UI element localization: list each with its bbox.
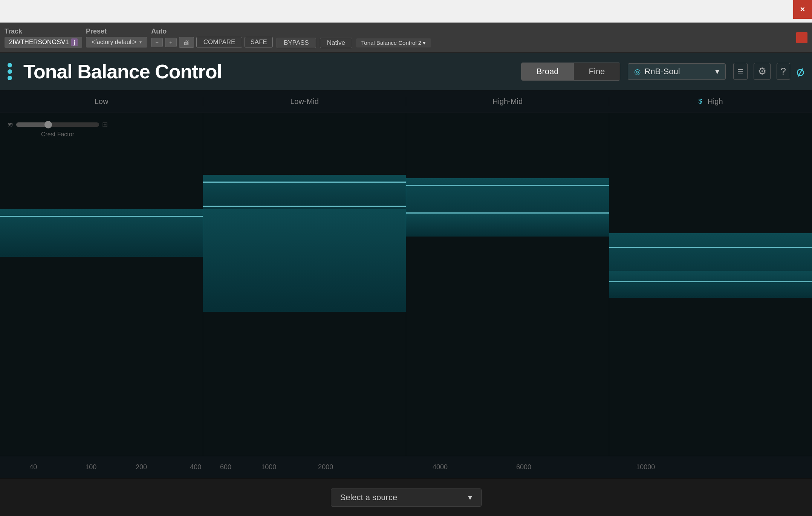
preset-label: Preset: [86, 27, 147, 35]
fine-button[interactable]: Fine: [574, 63, 620, 80]
highmid-band-lower-line: [406, 212, 609, 214]
x-label-6000: 6000: [516, 463, 531, 471]
select-source-dropdown[interactable]: Select a source ▾: [331, 489, 482, 507]
dots-menu-icon[interactable]: [8, 63, 12, 80]
plugin-title-bar: Tonal Balance Control Broad Fine ◎ RnB-S…: [0, 53, 812, 90]
col-header-lowmid: Low-Mid: [203, 97, 406, 106]
viz-col-low[interactable]: ≋ ⊞ Crest Factor: [0, 113, 203, 456]
plugin-title: Tonal Balance Control: [23, 60, 514, 83]
compare-button[interactable]: COMPARE: [196, 37, 243, 47]
viz-col-highmid[interactable]: [406, 113, 609, 456]
track-badge[interactable]: j: [71, 38, 78, 46]
low-band-line: [0, 216, 203, 217]
dot-1: [8, 63, 12, 67]
native-button[interactable]: Native: [320, 38, 352, 48]
crest-slider-fill: [16, 122, 46, 127]
main-visualization: Low Low-Mid High-Mid $ High ≋: [0, 90, 812, 478]
x-axis-labels: 40 100 200 400 600 1000 2000 4000 6000 1…: [0, 456, 812, 478]
auto-controls: − + 🖨 COMPARE SAFE: [151, 37, 273, 48]
preset-value: <factory default>: [92, 39, 136, 46]
bypass-button[interactable]: BYPASS: [277, 38, 316, 48]
col-header-highmid: High-Mid: [406, 97, 609, 106]
track-label: Track: [5, 27, 82, 35]
track-name-display[interactable]: 2IWTHERSONGSV1 j: [5, 37, 82, 48]
plugin-header: Track 2IWTHERSONGSV1 j Preset <factory d…: [0, 23, 812, 53]
header-icons: ≡ ⚙ ? ⌀: [733, 63, 804, 80]
vinyl-button[interactable]: ⌀: [794, 63, 806, 80]
preset-dropdown[interactable]: <factory default> ▾: [86, 37, 147, 47]
highmid-band-lower: [406, 212, 609, 237]
high-band-lower: [609, 271, 812, 298]
x-label-2000: 2000: [318, 463, 333, 471]
col-header-low: Low: [0, 97, 203, 106]
wave-icon: ≋: [8, 121, 13, 129]
column-headers: Low Low-Mid High-Mid $ High: [0, 90, 812, 113]
native-section: Native: [320, 27, 352, 48]
dot-3: [8, 76, 12, 80]
x-label-4000: 4000: [433, 463, 448, 471]
track-section: Track 2IWTHERSONGSV1 j: [5, 27, 82, 48]
grid-icon: ⊞: [102, 121, 108, 129]
x-label-100: 100: [85, 463, 96, 471]
style-dropdown[interactable]: ◎ RnB-Soul ▾: [628, 63, 726, 80]
viz-col-high[interactable]: [609, 113, 812, 456]
preset-section: Preset <factory default> ▾: [86, 27, 147, 47]
x-label-40: 40: [29, 463, 37, 471]
safe-button[interactable]: SAFE: [245, 37, 272, 47]
viz-area: ≋ ⊞ Crest Factor: [0, 113, 812, 456]
auto-label: Auto: [151, 27, 273, 35]
bypass-controls: BYPASS: [277, 38, 316, 48]
auto-section: Auto − + 🖨 COMPARE SAFE: [151, 27, 273, 48]
lowmid-band-upper-line: [203, 182, 406, 183]
highmid-band-upper-line: [406, 185, 609, 186]
crest-factor-area: ≋ ⊞ Crest Factor: [8, 121, 108, 138]
minus-button[interactable]: −: [151, 38, 163, 47]
crest-slider-track[interactable]: [16, 122, 99, 127]
col-header-high: $ High: [609, 97, 812, 106]
style-arrow: ▾: [715, 67, 719, 76]
menu-icon-button[interactable]: ≡: [733, 63, 747, 80]
preset-arrow: ▾: [139, 40, 142, 45]
x-axis: 40 100 200 400 600 1000 2000 4000 6000 1…: [0, 456, 812, 478]
style-value: RnB-Soul: [644, 67, 680, 76]
style-icon: ◎: [634, 67, 641, 76]
os-top-bar: [0, 0, 812, 23]
col-label-high: High: [707, 97, 723, 106]
settings-button[interactable]: ⚙: [754, 63, 771, 80]
bottom-bar: Select a source ▾: [0, 478, 812, 516]
plus-button[interactable]: +: [165, 38, 177, 47]
select-source-arrow: ▾: [468, 493, 472, 502]
help-button[interactable]: ?: [777, 63, 790, 80]
dot-2: [8, 69, 12, 74]
high-band-lower-line: [609, 281, 812, 282]
x-label-10000: 10000: [636, 463, 655, 471]
broad-button[interactable]: Broad: [521, 63, 574, 80]
tbc-name-section: Tonal Balance Control 2 ▾: [356, 28, 431, 47]
printer-button[interactable]: 🖨: [179, 37, 194, 48]
crest-slider-row: ≋ ⊞: [8, 121, 108, 129]
x-label-1000: 1000: [261, 463, 276, 471]
track-name-text: 2IWTHERSONGSV1: [9, 38, 69, 46]
col-label-low: Low: [95, 97, 109, 106]
plugin-active-indicator: [796, 32, 807, 43]
crest-slider-thumb[interactable]: [44, 121, 52, 128]
col-label-lowmid: Low-Mid: [290, 97, 319, 106]
tbc-label-arrow: ▾: [423, 40, 426, 46]
x-label-600: 600: [220, 463, 231, 471]
crest-label: Crest Factor: [8, 131, 108, 138]
viz-col-lowmid[interactable]: [203, 113, 406, 456]
tbc-label-display[interactable]: Tonal Balance Control 2 ▾: [356, 38, 431, 47]
select-source-label: Select a source: [340, 493, 398, 502]
x-label-200: 200: [136, 463, 147, 471]
bypass-section: BYPASS: [277, 27, 316, 48]
col-label-highmid: High-Mid: [492, 97, 523, 106]
broad-fine-toggle: Broad Fine: [521, 63, 621, 81]
high-band-line: [609, 247, 812, 248]
native-controls: Native: [320, 38, 352, 48]
x-label-400: 400: [190, 463, 201, 471]
lowmid-band-lower-line: [203, 206, 406, 207]
lowmid-band-lower: [203, 209, 406, 312]
close-button[interactable]: ×: [793, 0, 812, 19]
tbc-label-text: Tonal Balance Control 2: [361, 40, 421, 46]
